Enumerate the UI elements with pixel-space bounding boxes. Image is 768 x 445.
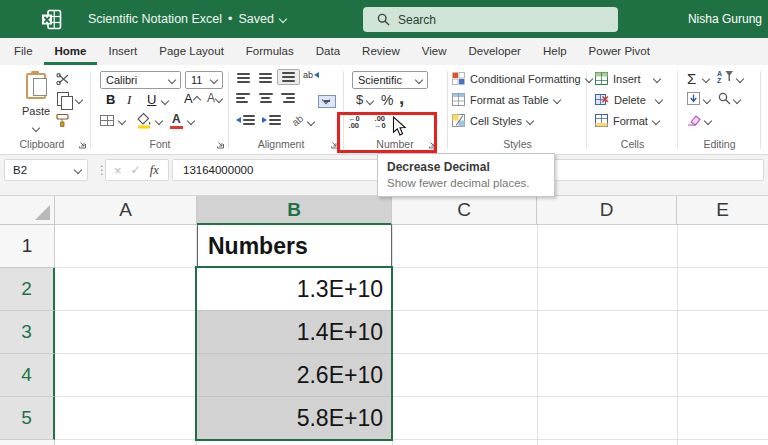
enter-icon[interactable]: ✓ — [131, 163, 141, 177]
delete-cells-icon — [595, 93, 609, 106]
tab-power-pivot[interactable]: Power Pivot — [578, 38, 661, 65]
column-header-b[interactable]: B — [197, 196, 392, 225]
top-align-button[interactable] — [236, 73, 251, 83]
document-title[interactable]: Scientific Notation Excel • Saved — [88, 0, 286, 38]
paste-label: Paste — [14, 105, 58, 117]
search-input[interactable]: Search — [363, 7, 618, 32]
font-color-chevron-icon[interactable] — [187, 117, 195, 125]
user-name[interactable]: Nisha Gurung — [688, 0, 762, 38]
column-header-d[interactable]: D — [537, 196, 677, 225]
orientation-icon[interactable]: ab — [290, 113, 306, 129]
align-left-button[interactable] — [236, 93, 251, 103]
copy-icon[interactable] — [57, 92, 69, 106]
font-color-icon[interactable]: A — [170, 112, 183, 129]
name-box[interactable]: B2 — [4, 159, 88, 181]
name-box-chevron-icon — [74, 166, 82, 174]
alignment-group-label: Alignment — [232, 138, 330, 150]
fill-down-chevron-icon[interactable] — [703, 96, 711, 104]
select-all-corner[interactable] — [0, 196, 55, 225]
column-header-e[interactable]: E — [677, 196, 768, 225]
format-cells-icon — [595, 114, 608, 127]
align-center-button[interactable] — [258, 93, 273, 103]
fill-down-icon[interactable] — [687, 92, 700, 105]
orientation-chevron-icon[interactable] — [307, 118, 315, 126]
tab-insert[interactable]: Insert — [97, 38, 148, 65]
delete-cells-button[interactable]: Delete — [595, 93, 662, 106]
format-as-table-chevron-icon — [552, 95, 560, 103]
decrease-indent-button[interactable] — [236, 115, 258, 125]
bottom-align-button[interactable] — [277, 69, 300, 85]
column-header-c[interactable]: C — [392, 196, 537, 225]
shrink-font-button[interactable]: A — [207, 91, 222, 105]
insert-function-icon[interactable]: fx — [150, 163, 159, 178]
tab-data[interactable]: Data — [305, 38, 351, 65]
tab-view[interactable]: View — [411, 38, 458, 65]
tab-page-layout[interactable]: Page Layout — [148, 38, 235, 65]
autosum-button[interactable]: Σ — [687, 70, 696, 87]
accounting-chevron-icon[interactable] — [366, 97, 374, 105]
accounting-format-button[interactable]: $ — [356, 92, 363, 107]
row-header-1[interactable]: 1 — [0, 225, 55, 268]
comma-style-button[interactable]: , — [399, 87, 404, 109]
clear-chevron-icon[interactable] — [704, 117, 712, 125]
clipboard-dialog-launcher-icon[interactable] — [78, 140, 87, 149]
underline-button[interactable]: U — [147, 92, 156, 107]
name-box-value: B2 — [13, 164, 27, 176]
styles-group-label: Styles — [449, 138, 586, 150]
fill-color-chevron-icon[interactable] — [155, 117, 163, 125]
grow-font-button[interactable]: A — [184, 91, 200, 106]
percent-style-button[interactable]: % — [381, 92, 393, 108]
fill-color-icon[interactable] — [136, 112, 152, 129]
insert-cells-button[interactable]: Insert — [595, 72, 660, 85]
cell-b1[interactable]: Numbers — [197, 225, 392, 268]
paste-chevron-down-icon — [32, 124, 40, 132]
find-select-icon[interactable] — [718, 92, 731, 105]
autosum-chevron-icon[interactable] — [702, 75, 710, 83]
borders-chevron-icon[interactable] — [118, 117, 126, 125]
sort-filter-chevron-icon[interactable] — [736, 75, 744, 83]
cell-b2-active[interactable]: 1.3E+10 — [197, 268, 392, 311]
underline-chevron-icon[interactable] — [161, 97, 169, 105]
wrap-text-button[interactable]: ab — [303, 70, 319, 80]
tab-formulas[interactable]: Formulas — [235, 38, 305, 65]
middle-align-button[interactable] — [258, 73, 273, 83]
tab-home[interactable]: Home — [44, 38, 98, 65]
conditional-formatting-button[interactable]: Conditional Formatting — [452, 72, 592, 85]
format-painter-icon[interactable] — [55, 113, 70, 128]
cell-b5[interactable]: 5.8E+10 — [197, 397, 392, 440]
cell-styles-button[interactable]: Cell Styles — [452, 114, 533, 127]
align-right-button[interactable] — [280, 93, 295, 103]
cell-b3[interactable]: 1.4E+10 — [197, 311, 392, 354]
cell-b4[interactable]: 2.6E+10 — [197, 354, 392, 397]
borders-icon[interactable] — [100, 115, 114, 126]
row-header-3[interactable]: 3 — [0, 311, 55, 354]
italic-button[interactable]: I — [127, 92, 131, 108]
cut-icon[interactable] — [56, 73, 70, 86]
clear-eraser-icon[interactable] — [686, 113, 702, 127]
cell-styles-chevron-icon — [526, 116, 534, 124]
cancel-icon[interactable]: × — [114, 163, 122, 178]
copy-chevron-down-icon[interactable] — [75, 96, 83, 104]
row-header-6-partial[interactable] — [0, 440, 55, 445]
tab-help[interactable]: Help — [532, 38, 578, 65]
column-header-a[interactable]: A — [55, 196, 197, 225]
row-header-5[interactable]: 5 — [0, 397, 55, 440]
tab-review[interactable]: Review — [351, 38, 411, 65]
font-dialog-launcher-icon[interactable] — [216, 140, 225, 149]
bold-button[interactable]: B — [106, 92, 115, 107]
tab-file[interactable]: File — [3, 38, 44, 65]
increase-indent-button[interactable] — [262, 115, 284, 125]
formula-controls: × ✓ fx — [105, 159, 169, 181]
font-name-combo[interactable]: Calibri — [100, 71, 181, 89]
row-header-4[interactable]: 4 — [0, 354, 55, 397]
format-as-table-button[interactable]: Format as Table — [452, 93, 560, 106]
find-select-chevron-icon[interactable] — [733, 96, 741, 104]
font-size-combo[interactable]: 11 — [185, 71, 223, 89]
format-cells-button[interactable]: Format — [595, 114, 659, 127]
title-chevron-down-icon[interactable] — [279, 15, 287, 23]
paste-button[interactable]: Paste — [14, 71, 58, 135]
sort-filter-icon[interactable]: A Z — [717, 69, 734, 84]
tab-developer[interactable]: Developer — [458, 38, 532, 65]
row-header-2[interactable]: 2 — [0, 268, 55, 311]
number-format-combo[interactable]: Scientific — [352, 71, 428, 89]
